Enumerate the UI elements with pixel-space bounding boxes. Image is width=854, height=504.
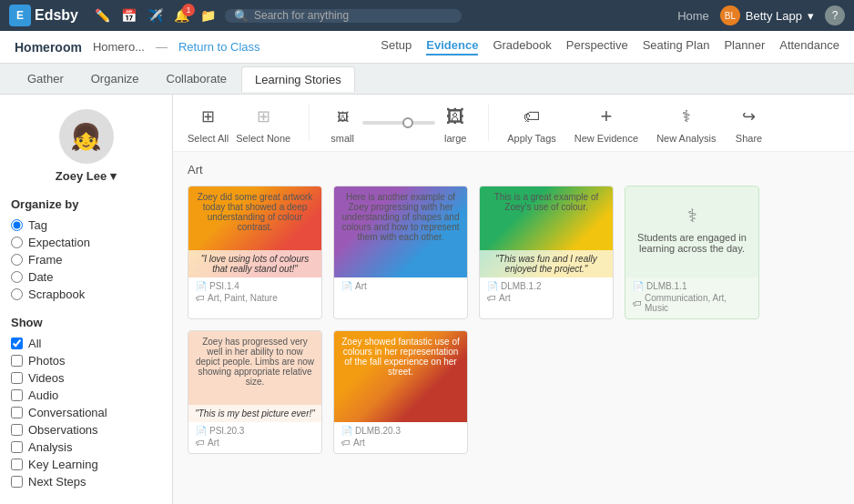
card-quote-3: "This was fun and I really enjoyed the p…	[480, 250, 613, 277]
secondary-navigation: Homeroom Homero... — Return to Class Set…	[0, 31, 854, 64]
new-evidence-button[interactable]: + New Evidence	[574, 102, 638, 144]
evidence-card-6[interactable]: Zoey showed fantastic use of colours in …	[333, 330, 468, 454]
nav-perspective[interactable]: Perspective	[566, 38, 628, 55]
grid-icon: ⊞	[194, 102, 223, 131]
card-quote-5: "This is my best picture ever!"	[188, 405, 321, 422]
organize-tag[interactable]: Tag	[11, 218, 161, 232]
card-image-4: ⚕ Students are engaged in learning acros…	[625, 186, 758, 277]
logo-icon: E	[9, 5, 31, 26]
stethoscope-icon: ⚕	[672, 102, 701, 131]
evidence-card-1[interactable]: Zoey did some great artwork today that s…	[188, 186, 322, 319]
card-tags-1: 🏷 Art, Paint, Nature	[196, 293, 314, 303]
home-link[interactable]: Home	[677, 9, 709, 23]
card-image-6: Zoey showed fantastic use of colours in …	[334, 331, 467, 422]
nav-setup[interactable]: Setup	[381, 38, 412, 55]
card-body-4: 📄 DLMB.1.1 🏷 Communication, Art, Music	[625, 277, 758, 318]
show-observations[interactable]: Observations	[11, 423, 161, 437]
share-label: Share	[736, 133, 762, 144]
show-conversational[interactable]: Conversational	[11, 406, 161, 419]
size-slider-track[interactable]	[362, 121, 435, 125]
select-none-label: Select None	[236, 133, 290, 144]
select-none-button[interactable]: ⊞ Select None	[236, 102, 290, 144]
size-small-label: small	[330, 133, 354, 144]
profile-photo: 👧	[59, 109, 114, 164]
pencil-icon[interactable]: ✏️	[95, 8, 110, 23]
return-to-class-link[interactable]: Return to Class	[178, 40, 260, 54]
show-analysis[interactable]: Analysis	[11, 440, 161, 454]
card-body-3: 📄 DLMB.1.2 🏷 Art	[480, 277, 613, 308]
tag-icon: 🏷	[517, 102, 546, 131]
card-quote-1: "I love using lots of colours that reall…	[188, 250, 321, 277]
image-small-icon: 🖼	[328, 102, 357, 131]
notification-badge: 1	[182, 4, 195, 16]
show-videos[interactable]: Videos	[11, 371, 161, 385]
size-small-indicator: 🖼 small	[328, 102, 357, 144]
nav-evidence[interactable]: Evidence	[426, 38, 478, 55]
tab-organize[interactable]: Organize	[78, 66, 152, 91]
tab-gather[interactable]: Gather	[15, 66, 76, 91]
show-key-learning[interactable]: Key Learning	[11, 458, 161, 471]
card-code-2: 📄 Art	[341, 281, 460, 291]
tag-icon-1: 🏷	[196, 293, 205, 303]
nav-gradebook[interactable]: Gradebook	[493, 38, 551, 55]
calendar-icon[interactable]: 📅	[121, 8, 137, 23]
show-label: Show	[11, 316, 161, 329]
toolbar-divider-2	[488, 105, 489, 141]
card-tags-4: 🏷 Communication, Art, Music	[633, 293, 751, 313]
tag-icon-4: 🏷	[633, 298, 642, 308]
document-icon-1: 📄	[196, 281, 207, 291]
app-name: Edsby	[35, 7, 78, 24]
search-bar[interactable]: 🔍	[225, 9, 462, 23]
card-tags-6: 🏷 Art	[341, 438, 460, 448]
breadcrumb-separator: —	[156, 40, 168, 54]
nav-seating-plan[interactable]: Seating Plan	[643, 38, 710, 55]
card-description-1: Zoey did some great artwork today that s…	[188, 186, 321, 237]
show-photos[interactable]: Photos	[11, 354, 161, 368]
size-slider-thumb[interactable]	[402, 117, 413, 128]
content-area: ⊞ Select All ⊞ Select None 🖼 small	[173, 95, 854, 504]
evidence-card-5[interactable]: Zoey has progressed very well in her abi…	[188, 330, 322, 454]
tab-collaborate[interactable]: Collaborate	[154, 66, 240, 91]
card-code-5: 📄 PSI.20.3	[196, 426, 314, 436]
card-description-5: Zoey has progressed very well in her abi…	[188, 331, 321, 392]
organize-frame[interactable]: Frame	[11, 253, 161, 267]
folder-icon[interactable]: 📁	[200, 8, 216, 23]
organize-by-label: Organize by	[11, 197, 161, 211]
plane-icon[interactable]: ✈️	[147, 8, 163, 23]
profile-dropdown-icon[interactable]: ▾	[110, 169, 117, 183]
card-code-3: 📄 DLMB.1.2	[487, 281, 605, 291]
search-input[interactable]	[254, 9, 452, 22]
user-menu[interactable]: BL Betty Lapp ▾	[720, 5, 814, 25]
show-next-steps[interactable]: Next Steps	[11, 475, 161, 489]
analysis-stethoscope-icon: ⚕	[687, 205, 697, 227]
help-button[interactable]: ?	[825, 5, 845, 25]
card-tags-5: 🏷 Art	[196, 438, 314, 448]
organize-expectation[interactable]: Expectation	[11, 236, 161, 249]
nav-attendance[interactable]: Attendance	[779, 38, 839, 55]
user-profile: 👧 Zoey Lee ▾	[11, 109, 161, 183]
nav-planner[interactable]: Planner	[724, 38, 765, 55]
evidence-card-2[interactable]: Here is another example of Zoey progress…	[333, 186, 468, 319]
show-all[interactable]: All	[11, 337, 161, 350]
evidence-card-4[interactable]: ⚕ Students are engaged in learning acros…	[625, 186, 759, 319]
secondary-nav-links: Setup Evidence Gradebook Perspective Sea…	[381, 38, 839, 55]
tab-learning-stories[interactable]: Learning Stories	[241, 66, 355, 92]
breadcrumb[interactable]: Homero...	[93, 40, 145, 54]
new-analysis-button[interactable]: ⚕ New Analysis	[656, 102, 716, 144]
app-logo[interactable]: E Edsby	[9, 5, 78, 26]
select-all-label: Select All	[188, 133, 229, 144]
gallery-grid: Zoey did some great artwork today that s…	[188, 186, 839, 454]
gallery-area: Art Zoey did some great artwork today th…	[173, 152, 854, 465]
share-button[interactable]: ↪ Share	[735, 102, 764, 144]
select-all-button[interactable]: ⊞ Select All	[188, 102, 229, 144]
share-icon: ↪	[735, 102, 764, 131]
apply-tags-button[interactable]: 🏷 Apply Tags	[507, 102, 556, 144]
evidence-card-3[interactable]: This is a great example of Zoey's use of…	[479, 186, 614, 319]
search-icon: 🔍	[234, 9, 249, 23]
new-analysis-label: New Analysis	[656, 133, 716, 144]
show-audio[interactable]: Audio	[11, 388, 161, 402]
organize-scrapbook[interactable]: Scrapbook	[11, 287, 161, 301]
organize-date[interactable]: Date	[11, 270, 161, 284]
user-name: Betty Lapp	[746, 9, 802, 23]
bell-icon[interactable]: 🔔 1	[174, 8, 189, 23]
